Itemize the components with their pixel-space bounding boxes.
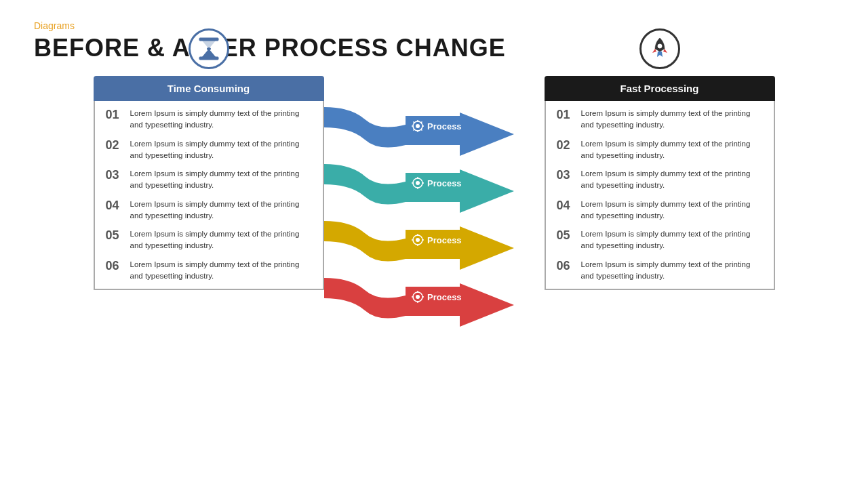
item-number: 04 bbox=[557, 199, 574, 214]
list-item: 06 Lorem Ipsum is simply dummy text of t… bbox=[106, 259, 312, 283]
category-label: Diagrams bbox=[34, 20, 834, 31]
right-panel-body: 01 Lorem Ipsum is simply dummy text of t… bbox=[545, 101, 775, 290]
item-text: Lorem Ipsum is simply dummy text of the … bbox=[130, 138, 312, 162]
middle-section: Process Process bbox=[324, 106, 541, 336]
item-text: Lorem Ipsum is simply dummy text of the … bbox=[130, 259, 312, 283]
rocket-icon bbox=[639, 28, 680, 69]
svg-text:Process: Process bbox=[427, 178, 462, 188]
item-text: Lorem Ipsum is simply dummy text of the … bbox=[581, 199, 763, 222]
item-number: 02 bbox=[557, 138, 574, 153]
page-wrapper: Diagrams BEFORE & AFTER PROCESS CHANGE T… bbox=[0, 0, 868, 488]
left-panel: Time Consuming 01 Lorem Ipsum is simply … bbox=[94, 76, 324, 290]
list-item: 06 Lorem Ipsum is simply dummy text of t… bbox=[557, 259, 763, 283]
svg-text:Process: Process bbox=[427, 121, 462, 131]
item-text: Lorem Ipsum is simply dummy text of the … bbox=[581, 259, 763, 283]
item-number: 05 bbox=[106, 228, 123, 243]
list-item: 05 Lorem Ipsum is simply dummy text of t… bbox=[557, 228, 763, 252]
left-panel-header: Time Consuming bbox=[94, 76, 324, 101]
svg-rect-1 bbox=[199, 57, 218, 60]
item-number: 06 bbox=[557, 259, 574, 274]
svg-rect-0 bbox=[199, 38, 218, 41]
svg-point-2 bbox=[207, 47, 211, 50]
svg-text:Process: Process bbox=[427, 235, 462, 245]
svg-point-20 bbox=[416, 181, 420, 185]
list-item: 02 Lorem Ipsum is simply dummy text of t… bbox=[557, 138, 763, 162]
item-number: 01 bbox=[106, 108, 123, 123]
item-number: 05 bbox=[557, 228, 574, 243]
svg-marker-37 bbox=[460, 283, 514, 327]
svg-point-6 bbox=[416, 124, 420, 128]
list-item: 04 Lorem Ipsum is simply dummy text of t… bbox=[106, 199, 312, 222]
item-text: Lorem Ipsum is simply dummy text of the … bbox=[581, 168, 763, 192]
diagram-area: Time Consuming 01 Lorem Ipsum is simply … bbox=[34, 76, 834, 336]
svg-rect-16 bbox=[324, 156, 460, 164]
item-text: Lorem Ipsum is simply dummy text of the … bbox=[130, 199, 312, 222]
svg-marker-17 bbox=[460, 169, 514, 213]
svg-point-40 bbox=[416, 295, 420, 299]
item-text: Lorem Ipsum is simply dummy text of the … bbox=[130, 228, 312, 252]
svg-marker-27 bbox=[460, 226, 514, 270]
svg-text:Process: Process bbox=[427, 292, 462, 302]
item-number: 02 bbox=[106, 138, 123, 153]
list-item: 01 Lorem Ipsum is simply dummy text of t… bbox=[557, 108, 763, 131]
item-text: Lorem Ipsum is simply dummy text of the … bbox=[581, 108, 763, 131]
item-number: 01 bbox=[557, 108, 574, 123]
hourglass-icon bbox=[189, 28, 229, 69]
item-text: Lorem Ipsum is simply dummy text of the … bbox=[581, 138, 763, 162]
right-panel-header: Fast Processing bbox=[545, 76, 775, 101]
item-number: 03 bbox=[557, 168, 574, 183]
list-item: 05 Lorem Ipsum is simply dummy text of t… bbox=[106, 228, 312, 252]
item-text: Lorem Ipsum is simply dummy text of the … bbox=[130, 108, 312, 131]
item-text: Lorem Ipsum is simply dummy text of the … bbox=[130, 168, 312, 192]
item-number: 06 bbox=[106, 259, 123, 274]
list-item: 02 Lorem Ipsum is simply dummy text of t… bbox=[106, 138, 312, 162]
page-title: BEFORE & AFTER PROCESS CHANGE bbox=[34, 34, 834, 62]
svg-rect-36 bbox=[324, 270, 460, 278]
right-panel: Fast Processing 01 Lorem Ipsum is simply… bbox=[545, 76, 775, 290]
item-number: 03 bbox=[106, 168, 123, 183]
svg-rect-26 bbox=[324, 213, 460, 221]
list-item: 04 Lorem Ipsum is simply dummy text of t… bbox=[557, 199, 763, 222]
svg-point-46 bbox=[658, 44, 662, 48]
item-text: Lorem Ipsum is simply dummy text of the … bbox=[581, 228, 763, 252]
item-number: 04 bbox=[106, 199, 123, 214]
svg-marker-3 bbox=[460, 113, 514, 156]
list-item: 03 Lorem Ipsum is simply dummy text of t… bbox=[106, 168, 312, 192]
svg-point-30 bbox=[416, 238, 420, 242]
list-item: 03 Lorem Ipsum is simply dummy text of t… bbox=[557, 168, 763, 192]
left-panel-body: 01 Lorem Ipsum is simply dummy text of t… bbox=[94, 101, 324, 290]
list-item: 01 Lorem Ipsum is simply dummy text of t… bbox=[106, 108, 312, 131]
